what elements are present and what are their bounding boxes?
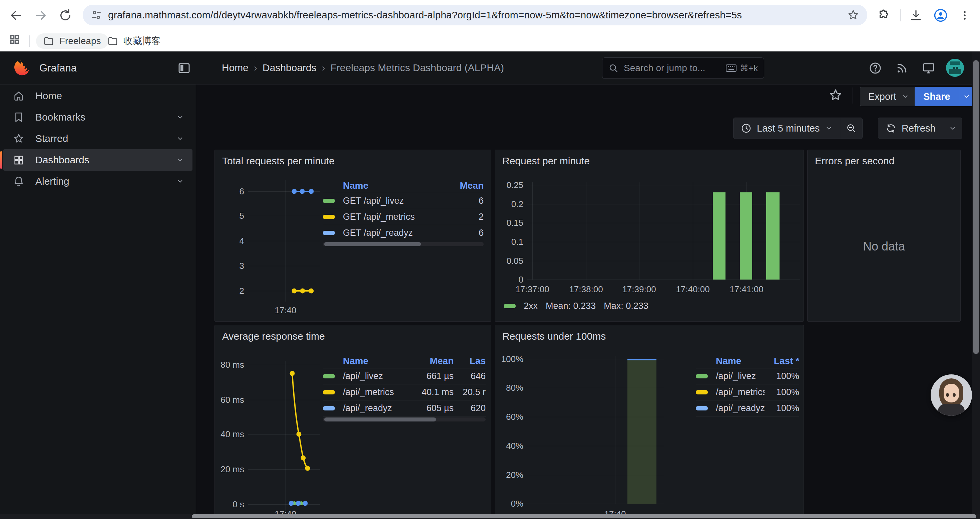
- downloads-button[interactable]: [906, 5, 926, 26]
- sidebar-item-home[interactable]: Home: [3, 85, 192, 107]
- legend-row[interactable]: GET /api/_metrics 2: [323, 209, 484, 225]
- panel-avg-response-time[interactable]: Average response time 80 ms 60 ms 40 ms …: [215, 325, 492, 519]
- forward-button[interactable]: [31, 5, 51, 26]
- legend-row[interactable]: GET /api/_livez 6: [323, 193, 484, 209]
- sidebar-item-label: Dashboards: [35, 154, 89, 166]
- tv-mode-button[interactable]: [922, 61, 935, 75]
- url-text[interactable]: grafana.mathmast.com/d/deytv4rwavabkb/fr…: [108, 10, 843, 21]
- bar-2xx: [740, 192, 752, 279]
- legend-header-mean[interactable]: Mean: [449, 180, 484, 191]
- vertical-scrollbar-thumb[interactable]: [973, 60, 979, 354]
- sidebar-item-starred[interactable]: Starred: [3, 128, 192, 149]
- legend-series-name[interactable]: /api/_metrics: [343, 387, 419, 398]
- legend-row[interactable]: /api/_metrics 40.1 ms 20.5 r: [323, 385, 486, 401]
- search-box[interactable]: ⌘+k: [602, 57, 764, 79]
- dock-sidebar-button[interactable]: [177, 61, 191, 75]
- sidebar-item-bookmarks[interactable]: Bookmarks: [3, 107, 192, 128]
- legend-series-name[interactable]: /api/_readyz: [716, 403, 765, 414]
- user-avatar[interactable]: [946, 59, 964, 77]
- horizontal-scrollbar-thumb[interactable]: [192, 514, 976, 518]
- apps-button[interactable]: [5, 29, 25, 50]
- breadcrumb-separator: ›: [322, 62, 325, 73]
- url-bar[interactable]: grafana.mathmast.com/d/deytv4rwavabkb/fr…: [83, 5, 867, 26]
- panel-title[interactable]: Requests under 100ms: [502, 331, 606, 342]
- legend-row[interactable]: /api/_metrics 100%: [696, 385, 799, 401]
- help-button[interactable]: [869, 61, 882, 75]
- panel-total-requests[interactable]: Total requests per minute 6 5 4 3 2 17:4…: [215, 150, 492, 322]
- dashboards-grid-icon: [13, 154, 25, 166]
- back-icon: [10, 9, 23, 22]
- legend-series-name[interactable]: 2xx: [524, 301, 538, 311]
- legend-scrollbar[interactable]: [323, 417, 486, 422]
- panel-title[interactable]: Request per minute: [502, 155, 590, 167]
- legend-header-last[interactable]: Las: [453, 356, 486, 366]
- chevron-down-icon[interactable]: [177, 135, 184, 142]
- series-color-chip: [323, 199, 335, 203]
- bookmark-folder-blogs[interactable]: 收藏博客: [100, 34, 168, 49]
- refresh-interval-button[interactable]: [943, 118, 962, 139]
- panel-legend-table: Name Last * /api/_livez 100% /api/_metri…: [696, 354, 799, 417]
- panel-requests-under-100ms[interactable]: Requests under 100ms 100% 80% 60% 40% 20…: [495, 325, 804, 519]
- horizontal-scrollbar[interactable]: [0, 514, 980, 519]
- toolbar-divider: [900, 10, 900, 21]
- panel-legend-table: Name Mean Las /api/_livez 661 µs 646 /ap…: [323, 354, 486, 417]
- search-input[interactable]: [623, 62, 726, 74]
- legend-series-name[interactable]: /api/_livez: [343, 371, 419, 382]
- legend-header-name[interactable]: Name: [343, 180, 449, 191]
- legend-series-name[interactable]: GET /api/_livez: [343, 196, 449, 206]
- bookmark-folder-freeleaps[interactable]: Freeleaps: [36, 34, 108, 49]
- share-button[interactable]: Share: [915, 87, 959, 106]
- panel-request-per-minute[interactable]: Request per minute 0.25 0.2 0.15 0.1 0.0…: [495, 150, 804, 322]
- legend-row[interactable]: /api/_readyz 605 µs 620: [323, 401, 486, 417]
- legend-row[interactable]: /api/_livez 661 µs 646: [323, 368, 486, 385]
- sidebar-item-label: Home: [35, 90, 62, 102]
- extensions-button[interactable]: [873, 5, 893, 26]
- export-button[interactable]: Export: [860, 87, 917, 106]
- grafana-brand[interactable]: Grafana: [39, 62, 77, 74]
- vertical-scrollbar[interactable]: [972, 51, 980, 514]
- bar-2xx: [766, 192, 780, 279]
- y-tick: 6: [215, 187, 244, 196]
- breadcrumb-home[interactable]: Home: [222, 62, 248, 73]
- panel-errors-per-second[interactable]: Errors per second No data: [807, 150, 961, 322]
- favorite-dashboard-button[interactable]: [829, 88, 843, 102]
- zoom-out-button[interactable]: [840, 118, 862, 139]
- bookmark-folder-label: Freeleaps: [59, 36, 101, 46]
- legend-row[interactable]: GET /api/_readyz 6: [323, 225, 484, 241]
- chevron-down-icon[interactable]: [177, 113, 184, 121]
- assistant-avatar[interactable]: [931, 374, 972, 416]
- y-tick: 80%: [495, 383, 523, 393]
- grafana-logo[interactable]: [12, 58, 31, 77]
- legend-row[interactable]: /api/_readyz 100%: [696, 401, 799, 417]
- chevron-down-icon: [963, 93, 970, 100]
- legend-row[interactable]: /api/_livez 100%: [696, 368, 799, 385]
- site-settings-icon[interactable]: [91, 10, 102, 21]
- profile-button[interactable]: [931, 5, 951, 26]
- news-button[interactable]: [895, 61, 908, 75]
- breadcrumb-dashboards[interactable]: Dashboards: [262, 62, 317, 73]
- bookmark-star-icon[interactable]: [847, 9, 859, 21]
- legend-series-name[interactable]: GET /api/_readyz: [343, 228, 449, 238]
- refresh-icon: [886, 123, 896, 134]
- sidebar-item-dashboards[interactable]: Dashboards: [3, 149, 192, 171]
- legend-series-name[interactable]: /api/_livez: [716, 371, 765, 382]
- legend-series-name[interactable]: /api/_metrics: [716, 387, 765, 398]
- panel-title[interactable]: Total requests per minute: [222, 155, 334, 167]
- chevron-down-icon[interactable]: [177, 178, 184, 185]
- legend-header-name[interactable]: Name: [343, 356, 419, 366]
- apps-grid-icon: [9, 34, 20, 45]
- time-range-picker[interactable]: Last 5 minutes: [733, 118, 840, 139]
- legend-header-mean[interactable]: Mean: [419, 356, 453, 366]
- back-button[interactable]: [6, 5, 26, 26]
- refresh-button[interactable]: Refresh: [878, 118, 943, 139]
- legend-series-name[interactable]: /api/_readyz: [343, 403, 419, 414]
- legend-series-name[interactable]: GET /api/_metrics: [343, 212, 449, 222]
- reload-button[interactable]: [56, 5, 75, 26]
- legend-scrollbar[interactable]: [323, 242, 484, 246]
- legend-header-last[interactable]: Last *: [765, 356, 799, 366]
- panel-title[interactable]: Errors per second: [815, 155, 894, 167]
- legend-header-name[interactable]: Name: [716, 356, 765, 366]
- sidebar-item-alerting[interactable]: Alerting: [3, 171, 192, 192]
- chevron-down-icon[interactable]: [177, 156, 184, 164]
- chrome-menu-button[interactable]: [955, 5, 975, 26]
